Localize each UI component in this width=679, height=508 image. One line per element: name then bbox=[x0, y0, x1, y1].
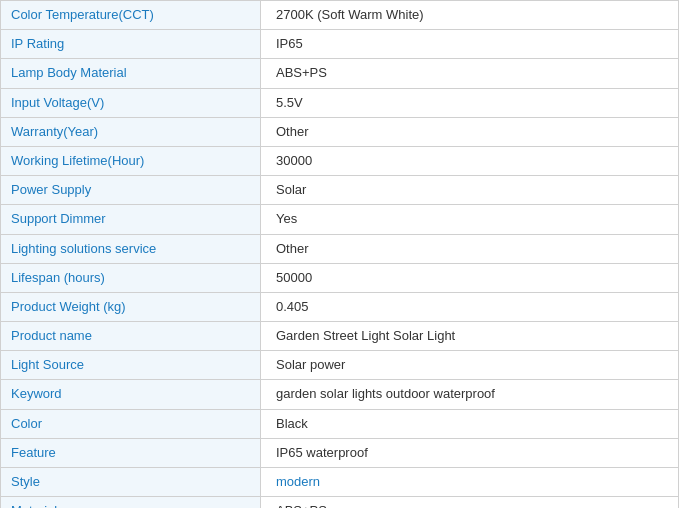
table-row: Power SupplySolar bbox=[1, 176, 678, 205]
table-row: Support DimmerYes bbox=[1, 205, 678, 234]
label-feature: Feature bbox=[1, 439, 261, 467]
product-specs-table: Color Temperature(CCT)2700K (Soft Warm W… bbox=[0, 0, 679, 508]
value-light-source: Solar power bbox=[261, 351, 678, 379]
table-row: Lifespan (hours)50000 bbox=[1, 264, 678, 293]
value-product-name: Garden Street Light Solar Light bbox=[261, 322, 678, 350]
value-ip-rating: IP65 bbox=[261, 30, 678, 58]
table-row: IP RatingIP65 bbox=[1, 30, 678, 59]
value-material: ABS+PS bbox=[261, 497, 678, 508]
value-feature: IP65 waterproof bbox=[261, 439, 678, 467]
table-row: Product nameGarden Street Light Solar Li… bbox=[1, 322, 678, 351]
value-power-supply: Solar bbox=[261, 176, 678, 204]
value-keyword: garden solar lights outdoor waterproof bbox=[261, 380, 678, 408]
table-row: Working Lifetime(Hour)30000 bbox=[1, 147, 678, 176]
label-lamp-body-material: Lamp Body Material bbox=[1, 59, 261, 87]
value-lamp-body-material: ABS+PS bbox=[261, 59, 678, 87]
value-product-weight: 0.405 bbox=[261, 293, 678, 321]
label-product-name: Product name bbox=[1, 322, 261, 350]
table-row: Keywordgarden solar lights outdoor water… bbox=[1, 380, 678, 409]
label-lighting-solutions: Lighting solutions service bbox=[1, 235, 261, 263]
label-color: Color bbox=[1, 410, 261, 438]
table-row: Lamp Body MaterialABS+PS bbox=[1, 59, 678, 88]
label-product-weight: Product Weight (kg) bbox=[1, 293, 261, 321]
table-row: MaterialABS+PS bbox=[1, 497, 678, 508]
value-style: modern bbox=[261, 468, 678, 496]
value-lighting-solutions: Other bbox=[261, 235, 678, 263]
table-row: Light SourceSolar power bbox=[1, 351, 678, 380]
label-warranty: Warranty(Year) bbox=[1, 118, 261, 146]
value-color-temperature: 2700K (Soft Warm White) bbox=[261, 1, 678, 29]
table-row: Color Temperature(CCT)2700K (Soft Warm W… bbox=[1, 1, 678, 30]
label-input-voltage: Input Voltage(V) bbox=[1, 89, 261, 117]
value-lifespan: 50000 bbox=[261, 264, 678, 292]
value-color: Black bbox=[261, 410, 678, 438]
table-row: FeatureIP65 waterproof bbox=[1, 439, 678, 468]
table-row: Product Weight (kg)0.405 bbox=[1, 293, 678, 322]
label-color-temperature: Color Temperature(CCT) bbox=[1, 1, 261, 29]
table-row: Lighting solutions serviceOther bbox=[1, 235, 678, 264]
label-support-dimmer: Support Dimmer bbox=[1, 205, 261, 233]
label-keyword: Keyword bbox=[1, 380, 261, 408]
table-row: Warranty(Year)Other bbox=[1, 118, 678, 147]
label-style: Style bbox=[1, 468, 261, 496]
value-support-dimmer: Yes bbox=[261, 205, 678, 233]
value-warranty: Other bbox=[261, 118, 678, 146]
label-light-source: Light Source bbox=[1, 351, 261, 379]
label-ip-rating: IP Rating bbox=[1, 30, 261, 58]
value-working-lifetime: 30000 bbox=[261, 147, 678, 175]
table-row: Input Voltage(V)5.5V bbox=[1, 89, 678, 118]
table-row: ColorBlack bbox=[1, 410, 678, 439]
value-input-voltage: 5.5V bbox=[261, 89, 678, 117]
label-material: Material bbox=[1, 497, 261, 508]
label-lifespan: Lifespan (hours) bbox=[1, 264, 261, 292]
table-row: Stylemodern bbox=[1, 468, 678, 497]
label-working-lifetime: Working Lifetime(Hour) bbox=[1, 147, 261, 175]
label-power-supply: Power Supply bbox=[1, 176, 261, 204]
